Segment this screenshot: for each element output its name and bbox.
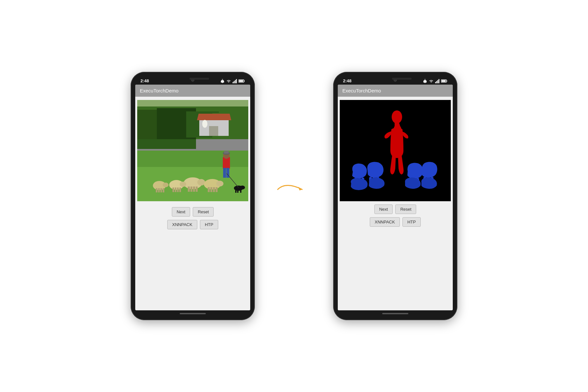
svg-rect-31 <box>190 187 192 192</box>
svg-rect-5 <box>235 80 236 83</box>
time-right: 2:48 <box>343 78 351 83</box>
svg-rect-68 <box>447 80 447 81</box>
transition-arrow <box>276 180 312 199</box>
svg-point-40 <box>216 181 223 187</box>
btn-row-1-right: Next Reset <box>374 204 416 214</box>
svg-rect-60 <box>425 79 426 80</box>
app-bar-right: ExecuTorchDemo <box>338 85 453 97</box>
svg-rect-39 <box>216 187 218 192</box>
app-bar-left: ExecuTorchDemo <box>135 85 250 97</box>
battery-icon <box>238 79 245 83</box>
farm-svg <box>137 100 248 201</box>
svg-marker-18 <box>197 114 231 120</box>
svg-rect-28 <box>224 151 229 154</box>
xnnpack-button-right[interactable]: XNNPACK <box>370 217 400 227</box>
svg-rect-49 <box>158 188 160 192</box>
signal-icon-right <box>435 79 440 83</box>
screen-right: ExecuTorchDemo <box>338 85 453 310</box>
wifi-icon-right <box>429 79 434 83</box>
phone-left: 2:48 <box>131 72 255 320</box>
segmentation-area <box>340 100 451 201</box>
svg-rect-43 <box>175 188 176 192</box>
notification-icon-right <box>423 79 427 83</box>
svg-rect-2 <box>222 82 223 83</box>
svg-rect-37 <box>210 187 212 192</box>
svg-point-20 <box>202 120 207 128</box>
htp-button-left[interactable]: HTP <box>200 220 218 229</box>
svg-rect-54 <box>235 189 237 193</box>
svg-rect-1 <box>221 82 224 83</box>
reset-button-left[interactable]: Reset <box>193 207 214 217</box>
svg-rect-45 <box>179 188 181 192</box>
svg-rect-0 <box>222 79 223 80</box>
svg-rect-42 <box>172 188 174 192</box>
svg-rect-19 <box>209 126 218 136</box>
svg-rect-44 <box>177 188 179 192</box>
btn-row-2-right: XNNPACK HTP <box>370 217 421 227</box>
svg-point-57 <box>240 186 245 189</box>
wifi-icon <box>226 79 231 83</box>
svg-rect-9 <box>239 80 243 82</box>
svg-rect-69 <box>442 80 446 82</box>
svg-rect-64 <box>436 81 437 83</box>
btn-row-2-left: XNNPACK HTP <box>167 220 218 229</box>
home-bar-left <box>180 313 206 314</box>
status-icons-left <box>220 79 245 83</box>
next-button-left[interactable]: Next <box>172 207 190 217</box>
svg-rect-38 <box>213 187 215 192</box>
svg-rect-61 <box>423 82 427 83</box>
svg-point-46 <box>180 182 186 187</box>
status-icons-right <box>423 79 448 83</box>
photo-area <box>137 100 248 201</box>
svg-rect-63 <box>435 82 436 83</box>
svg-rect-4 <box>234 81 235 83</box>
svg-point-71 <box>392 110 402 123</box>
speaker <box>189 78 209 80</box>
reset-button-right[interactable]: Reset <box>395 204 416 214</box>
notification-icon <box>220 79 225 83</box>
next-button-right[interactable]: Next <box>374 204 393 214</box>
svg-rect-6 <box>236 79 237 83</box>
svg-rect-3 <box>233 82 234 83</box>
seg-svg <box>340 100 451 201</box>
svg-rect-36 <box>208 187 210 192</box>
app-title-right: ExecuTorchDemo <box>342 88 381 93</box>
arrow-container <box>274 180 314 199</box>
svg-rect-24 <box>223 168 226 178</box>
scene: 2:48 <box>0 0 588 392</box>
svg-rect-55 <box>237 189 238 193</box>
battery-icon-right <box>441 79 448 83</box>
svg-rect-22 <box>137 151 248 167</box>
svg-rect-8 <box>244 80 245 81</box>
svg-rect-48 <box>156 188 157 192</box>
home-bar-right <box>382 313 408 314</box>
svg-rect-62 <box>424 82 426 83</box>
svg-rect-32 <box>193 187 195 192</box>
speaker-right <box>392 78 412 80</box>
screen-content-right: Next Reset XNNPACK HTP <box>338 97 453 310</box>
svg-point-52 <box>163 183 169 187</box>
svg-rect-65 <box>437 80 438 83</box>
time-left: 2:48 <box>140 78 149 83</box>
svg-rect-56 <box>240 189 241 193</box>
htp-button-right[interactable]: HTP <box>402 217 421 227</box>
screen-left: ExecuTorchDemo <box>135 85 250 310</box>
xnnpack-button-left[interactable]: XNNPACK <box>167 220 197 229</box>
svg-rect-51 <box>163 188 164 192</box>
svg-rect-30 <box>188 187 190 192</box>
signal-icon <box>233 79 237 83</box>
phone-right: 2:48 <box>333 72 457 320</box>
screen-content-left: Next Reset XNNPACK HTP <box>135 97 250 310</box>
svg-rect-50 <box>160 188 162 192</box>
svg-rect-23 <box>223 157 230 169</box>
app-title-left: ExecuTorchDemo <box>140 88 178 93</box>
svg-rect-33 <box>196 187 198 192</box>
btn-row-1-left: Next Reset <box>172 207 214 217</box>
svg-rect-66 <box>439 79 440 83</box>
